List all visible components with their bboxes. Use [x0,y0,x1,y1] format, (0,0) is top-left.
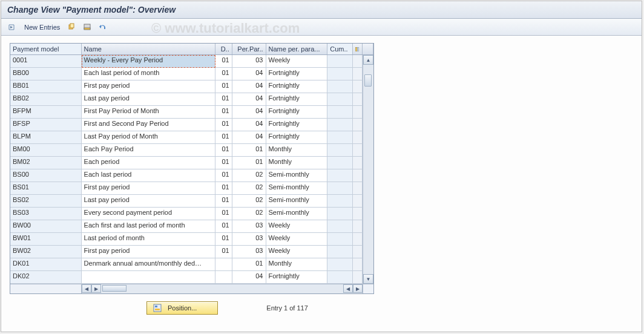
undo-icon[interactable] [97,22,110,33]
cell-name[interactable]: First Pay Period of Month [82,106,215,119]
cell-name[interactable]: First and Second Pay Period [82,119,215,131]
cell-cum[interactable] [327,68,353,80]
col-header-name-per-para[interactable]: Name per. para... [266,44,328,54]
cell-cum[interactable] [327,119,353,131]
cell-d[interactable] [215,271,232,284]
cell-d[interactable]: 01 [215,80,232,93]
cell-name-per-para[interactable]: Fortnightly [266,68,328,80]
cell-payment-model[interactable]: BS01 [10,182,82,195]
cell-payment-model[interactable]: BS00 [10,169,82,182]
cell-per-par[interactable]: 04 [232,271,266,284]
cell-name-per-para[interactable]: Fortnightly [266,119,328,131]
cell-per-par[interactable]: 04 [232,106,266,119]
copy-icon[interactable] [66,22,78,33]
table-row[interactable]: DK01Denmark annual amount/monthly ded…01… [10,258,363,271]
cell-name[interactable]: Each Pay Period [82,144,215,157]
hscroll-thumb[interactable] [102,285,126,292]
cell-name[interactable] [82,271,215,284]
cell-cum[interactable] [327,233,353,246]
cell-cum[interactable] [327,131,353,144]
cell-payment-model[interactable]: DK01 [10,258,82,271]
cell-name-per-para[interactable]: Semi-monthly [266,208,328,220]
cell-payment-model[interactable]: BB02 [10,93,82,106]
table-row[interactable]: BB02Last pay period0104Fortnightly [10,93,363,106]
hscroll-left-button-2[interactable]: ◀ [343,284,353,293]
cell-name-per-para[interactable]: Fortnightly [266,131,328,144]
cell-name-per-para[interactable]: Monthly [266,157,328,169]
cell-d[interactable]: 01 [215,144,232,157]
cell-per-par[interactable]: 02 [232,182,266,195]
table-row[interactable]: BW00Each first and last period of month0… [10,220,363,233]
cell-cum[interactable] [327,246,353,258]
table-row[interactable]: BS03Every second payment period0102Semi-… [10,208,363,220]
cell-per-par[interactable]: 02 [232,208,266,220]
cell-d[interactable]: 01 [215,131,232,144]
cell-name-per-para[interactable]: Weekly [266,233,328,246]
table-row[interactable]: BS01First pay period0102Semi-monthly [10,182,363,195]
cell-name[interactable]: Denmark annual amount/monthly ded… [82,258,215,271]
cell-per-par[interactable]: 03 [232,220,266,233]
cell-name-per-para[interactable]: Weekly [266,246,328,258]
hscroll-left-button[interactable]: ◀ [82,284,91,293]
cell-cum[interactable] [327,80,353,93]
cell-per-par[interactable]: 03 [232,233,266,246]
cell-per-par[interactable]: 01 [232,144,266,157]
cell-name-per-para[interactable]: Weekly [266,55,328,68]
cell-cum[interactable] [327,144,353,157]
cell-cum[interactable] [327,169,353,182]
cell-d[interactable] [215,258,232,271]
cell-name[interactable]: First pay period [82,182,215,195]
cell-per-par[interactable]: 02 [232,195,266,208]
cell-name[interactable]: Last pay period [82,93,215,106]
cell-cum[interactable] [327,182,353,195]
cell-name-per-para[interactable]: Fortnightly [266,93,328,106]
cell-d[interactable]: 01 [215,208,232,220]
cell-per-par[interactable]: 04 [232,119,266,131]
cell-name-per-para[interactable]: Monthly [266,144,328,157]
cell-name-per-para[interactable]: Monthly [266,258,328,271]
cell-per-par[interactable]: 01 [232,157,266,169]
cell-name[interactable]: Each last period of month [82,68,215,80]
hscroll-right-button[interactable]: ▶ [91,284,101,293]
table-row[interactable]: BB01First pay period0104Fortnightly [10,80,363,93]
cell-per-par[interactable]: 04 [232,68,266,80]
col-header-cum[interactable]: Cum.. [327,44,353,54]
cell-per-par[interactable]: 03 [232,55,266,68]
cell-name[interactable]: Weekly - Every Pay Period [82,55,215,68]
table-row[interactable]: BW02First pay period0103Weekly [10,246,363,258]
table-row[interactable]: BFPMFirst Pay Period of Month0104Fortnig… [10,106,363,119]
cell-payment-model[interactable]: BM00 [10,144,82,157]
cell-payment-model[interactable]: BM02 [10,157,82,169]
cell-payment-model[interactable]: 0001 [10,55,82,68]
cell-cum[interactable] [327,258,353,271]
cell-per-par[interactable]: 04 [232,93,266,106]
hscroll-right-button-2[interactable]: ▶ [353,284,363,293]
cell-d[interactable]: 01 [215,220,232,233]
cell-name[interactable]: Each last period [82,169,215,182]
cell-payment-model[interactable]: BFPM [10,106,82,119]
cell-d[interactable]: 01 [215,169,232,182]
col-header-name[interactable]: Name [82,44,215,54]
table-row[interactable]: BS00Each last period0102Semi-monthly [10,169,363,182]
table-row[interactable]: BM02Each period0101Monthly [10,157,363,169]
new-entries-button[interactable]: New Entries [22,22,62,32]
cell-name[interactable]: Each period [82,157,215,169]
cell-cum[interactable] [327,93,353,106]
cell-payment-model[interactable]: BLPM [10,131,82,144]
vertical-scrollbar[interactable]: ▲ ▼ [363,55,373,284]
table-row[interactable]: 0001Weekly - Every Pay Period0103Weekly [10,55,363,68]
cell-payment-model[interactable]: BB00 [10,68,82,80]
cell-per-par[interactable]: 01 [232,258,266,271]
cell-d[interactable]: 01 [215,68,232,80]
cell-name-per-para[interactable]: Semi-monthly [266,169,328,182]
cell-name-per-para[interactable]: Semi-monthly [266,195,328,208]
cell-name-per-para[interactable]: Fortnightly [266,80,328,93]
cell-d[interactable]: 01 [215,157,232,169]
cell-cum[interactable] [327,55,353,68]
cell-per-par[interactable]: 04 [232,80,266,93]
scroll-down-button[interactable]: ▼ [363,274,373,284]
cell-name-per-para[interactable]: Weekly [266,220,328,233]
cell-name-per-para[interactable]: Fortnightly [266,106,328,119]
cell-d[interactable]: 01 [215,233,232,246]
table-row[interactable]: DK0204Fortnightly [10,271,363,284]
